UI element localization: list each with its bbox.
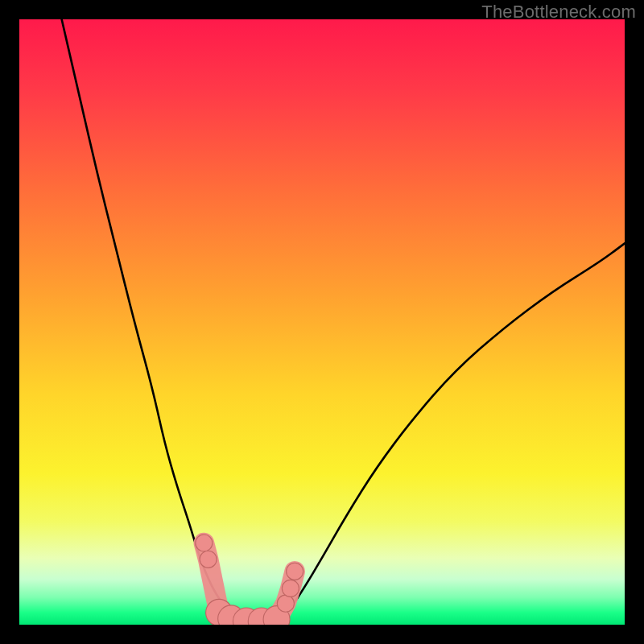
- watermark-text: TheBottleneck.com: [481, 2, 636, 23]
- outer-frame: TheBottleneck.com: [0, 0, 644, 644]
- plot-area: [19, 19, 625, 625]
- chart-svg: [19, 19, 625, 625]
- curve-right-curve: [279, 243, 625, 620]
- marker-dot: [277, 595, 294, 612]
- marker-dot: [196, 535, 213, 551]
- marker-dot: [287, 563, 303, 580]
- curve-left-curve: [62, 19, 244, 620]
- marker-dot: [282, 580, 299, 597]
- marker-dot: [200, 551, 217, 568]
